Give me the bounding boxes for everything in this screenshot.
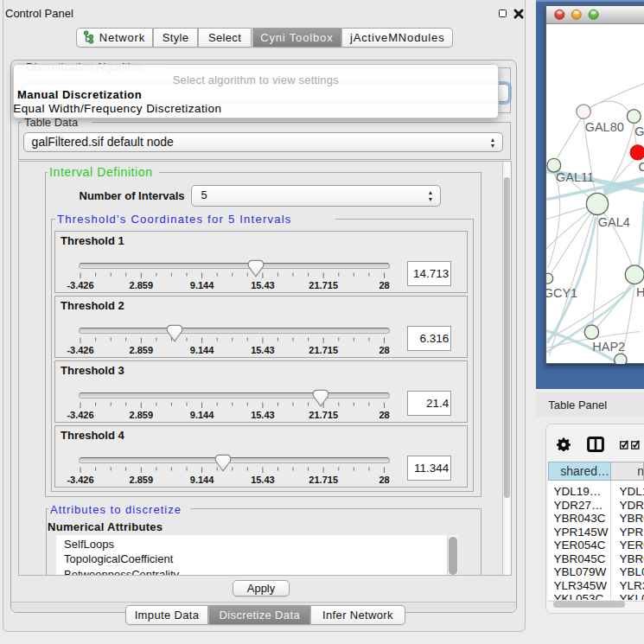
svg-text:HIS5: HIS5 — [636, 285, 644, 299]
svg-text:GAL80: GAL80 — [584, 120, 623, 134]
svg-text:HAP2: HAP2 — [592, 340, 625, 354]
svg-text:CY: CY — [638, 160, 644, 174]
svg-text:GAL11: GAL11 — [556, 170, 594, 184]
svg-text:GCY1: GCY1 — [546, 286, 577, 300]
svg-text:GAL: GAL — [634, 124, 644, 138]
svg-text:GAL4: GAL4 — [598, 215, 630, 229]
